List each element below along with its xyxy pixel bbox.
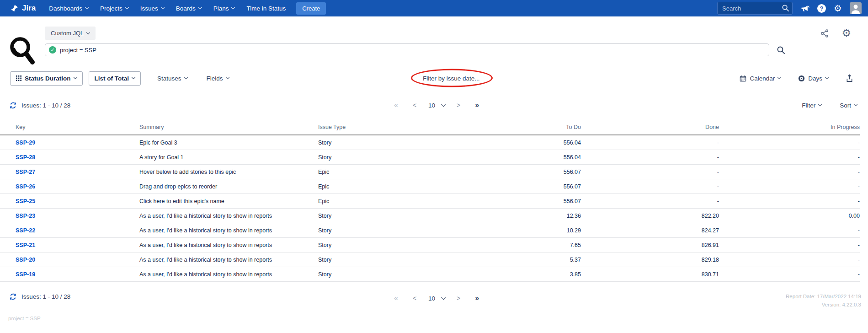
- jql-mode-dropdown[interactable]: Custom JQL: [45, 27, 96, 40]
- footer-bar: Issues: 1 - 10 / 28 « < 10 > » Report Da…: [0, 293, 868, 309]
- issue-key-link[interactable]: SSP-26: [16, 183, 139, 190]
- filter-label: Filter: [802, 102, 815, 109]
- run-query-search-icon[interactable]: [777, 46, 785, 54]
- issue-date-filter[interactable]: Filter by issue date...: [423, 75, 480, 82]
- todo-value: 556.07: [410, 169, 581, 175]
- chevron-down-icon: [184, 75, 187, 79]
- next-page-button[interactable]: >: [457, 295, 460, 302]
- report-type-dropdown[interactable]: Status Duration: [10, 71, 83, 86]
- gear-icon[interactable]: ⚙: [834, 4, 842, 13]
- jira-brand[interactable]: Jira: [10, 4, 36, 13]
- nav-item-time-in-status[interactable]: Time in Status: [240, 0, 292, 16]
- col-header-done[interactable]: Done: [581, 124, 719, 130]
- list-mode-dropdown[interactable]: List of Total: [89, 71, 141, 86]
- chevron-down-icon: [441, 295, 446, 300]
- last-page-button[interactable]: »: [475, 101, 479, 109]
- filter-dropdown[interactable]: Filter: [802, 102, 821, 109]
- app-magnifier-logo-icon: [8, 36, 37, 68]
- chevron-down-icon: [231, 5, 235, 9]
- page-size-value: 10: [428, 295, 435, 302]
- nav-item-issues[interactable]: Issues: [134, 0, 170, 16]
- summary: As a user, I'd like a historical story t…: [139, 242, 318, 248]
- summary: Hover below to add stories to this epic: [139, 169, 318, 175]
- calendar-label: Calendar: [750, 75, 775, 82]
- issue-key-link[interactable]: SSP-21: [16, 242, 139, 248]
- issue-type: Epic: [318, 169, 410, 175]
- help-icon[interactable]: ?: [817, 4, 826, 13]
- avatar[interactable]: [850, 2, 862, 14]
- next-page-button[interactable]: >: [457, 102, 460, 109]
- issue-key-link[interactable]: SSP-23: [16, 213, 139, 219]
- issue-key-link[interactable]: SSP-25: [16, 198, 139, 204]
- nav-item-boards[interactable]: Boards: [170, 0, 208, 16]
- report-meta: Report Date: 17/Mar/2022 14:19 Version: …: [786, 293, 861, 309]
- page-size-dropdown[interactable]: 10: [428, 295, 445, 302]
- summary: As a user, I'd like a historical story t…: [139, 213, 318, 219]
- refresh-icon[interactable]: [9, 293, 17, 301]
- nav-item-dashboards[interactable]: Dashboards: [43, 0, 94, 16]
- col-header-todo[interactable]: To Do: [410, 124, 581, 130]
- issue-key-link[interactable]: SSP-20: [16, 257, 139, 263]
- table-row: SSP-27Hover below to add stories to this…: [0, 165, 860, 179]
- in-progress-value: -: [719, 257, 860, 263]
- issue-type: Story: [318, 227, 410, 234]
- in-progress-value: -: [719, 154, 860, 161]
- chevron-down-icon: [818, 102, 822, 106]
- issue-type: Story: [318, 257, 410, 263]
- toolbar-right: Calendar Days: [722, 74, 853, 82]
- chevron-down-icon: [125, 5, 129, 9]
- refresh-icon[interactable]: [9, 102, 17, 109]
- issue-key-link[interactable]: SSP-27: [16, 169, 139, 175]
- nav-item-plans[interactable]: Plans: [208, 0, 241, 16]
- todo-value: 7.65: [410, 242, 581, 248]
- nav-item-projects[interactable]: Projects: [94, 0, 134, 16]
- sort-dropdown[interactable]: Sort: [840, 102, 857, 109]
- query-header: Custom JQL ⚙ ✓: [0, 16, 868, 56]
- time-unit-dropdown[interactable]: Days: [798, 75, 828, 82]
- megaphone-icon[interactable]: [800, 4, 809, 13]
- export-icon[interactable]: [846, 74, 853, 82]
- col-header-in-progress[interactable]: In Progress: [719, 124, 860, 130]
- issue-key-link[interactable]: SSP-22: [16, 227, 139, 234]
- in-progress-value: -: [719, 242, 860, 248]
- share-icon[interactable]: [820, 29, 829, 38]
- todo-value: 12.36: [410, 213, 581, 219]
- table-header-row: Key Summary Issue Type To Do Done In Pro…: [0, 124, 860, 135]
- last-page-button[interactable]: »: [475, 294, 479, 302]
- create-button[interactable]: Create: [296, 2, 326, 15]
- first-page-button[interactable]: «: [394, 101, 398, 109]
- table-row: SSP-20As a user, I'd like a historical s…: [0, 252, 860, 267]
- first-page-button[interactable]: «: [394, 294, 398, 302]
- summary: As a user, I'd like a historical story t…: [139, 227, 318, 234]
- issue-key-link[interactable]: SSP-28: [16, 154, 139, 161]
- done-value: -: [581, 183, 719, 190]
- issue-key-link[interactable]: SSP-29: [16, 140, 139, 146]
- search-icon[interactable]: [782, 4, 789, 12]
- done-value: 824.27: [581, 227, 719, 234]
- in-progress-value: -: [719, 198, 860, 204]
- done-value: -: [581, 154, 719, 161]
- page-size-dropdown[interactable]: 10: [428, 102, 445, 109]
- in-progress-value: -: [719, 183, 860, 190]
- col-header-key[interactable]: Key: [16, 124, 139, 130]
- summary: Epic for Goal 3: [139, 140, 318, 146]
- table-row: SSP-28A story for Goal 1Story556.04--: [0, 150, 860, 165]
- prev-page-button[interactable]: <: [413, 102, 416, 109]
- col-header-summary[interactable]: Summary: [139, 124, 318, 130]
- col-header-issue-type[interactable]: Issue Type: [318, 124, 410, 130]
- brand-label: Jira: [22, 4, 36, 13]
- statuses-dropdown[interactable]: Statuses: [157, 75, 187, 82]
- issues-count-label: Issues: 1 - 10 / 28: [21, 102, 70, 109]
- prev-page-button[interactable]: <: [413, 295, 416, 302]
- calendar-dropdown[interactable]: Calendar: [740, 75, 781, 82]
- fields-dropdown[interactable]: Fields: [207, 75, 229, 82]
- chevron-down-icon: [441, 102, 446, 107]
- in-progress-value: -: [719, 227, 860, 234]
- calendar-icon: [740, 75, 746, 82]
- todo-value: 5.37: [410, 257, 581, 263]
- jql-input[interactable]: [60, 47, 769, 54]
- settings-gear-icon[interactable]: ⚙: [841, 28, 851, 38]
- list-mode-label: List of Total: [95, 75, 129, 82]
- table-row: SSP-25Click here to edit this epic's nam…: [0, 194, 860, 209]
- issue-key-link[interactable]: SSP-19: [16, 271, 139, 278]
